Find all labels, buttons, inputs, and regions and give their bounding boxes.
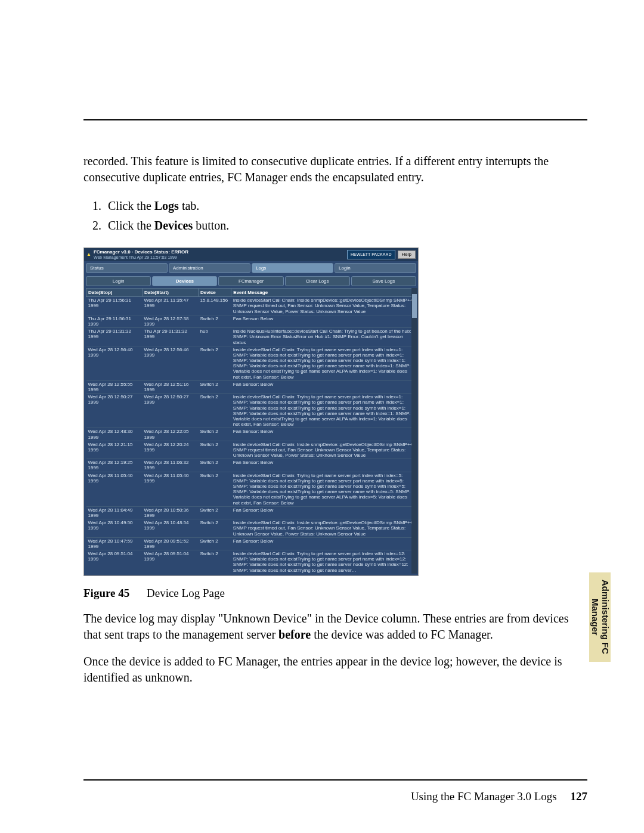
sub-tab-fcmanager[interactable]: FCmanager (218, 276, 283, 286)
app-title-line2: Web Management Thu Apr 29 11:57:03 1999 (94, 255, 347, 260)
top-tab-logs[interactable]: Logs (252, 263, 333, 273)
cell-stop: Wed Apr 28 11:05:40 1999 (86, 472, 143, 506)
cell-msg: Inside deviceStart Call Chain: Trying to… (231, 472, 416, 506)
cell-start: Wed Apr 28 12:50:27 1999 (143, 394, 199, 428)
cell-start: Wed Apr 28 09:51:04 1999 (143, 550, 199, 574)
table-row[interactable]: Wed Apr 28 10:49:50 1999Wed Apr 28 10:48… (86, 519, 416, 538)
cell-stop: Wed Apr 28 12:50:27 1999 (86, 394, 143, 428)
cell-device: Switch 2 (199, 537, 231, 550)
table-row[interactable]: Wed Apr 28 10:47:59 1999Wed Apr 28 09:51… (86, 537, 416, 550)
cell-device: Switch 2 (199, 394, 231, 428)
help-button[interactable]: Help (398, 250, 416, 258)
hp-logo: HEWLETT PACKARD (347, 250, 395, 259)
cell-start: Wed Apr 28 12:56:46 1999 (143, 346, 199, 380)
table-row[interactable]: Wed Apr 28 12:19:25 1999Wed Apr 28 11:06… (86, 459, 416, 472)
cell-stop: Wed Apr 28 12:48:30 1999 (86, 428, 143, 441)
sub-tab-save-logs[interactable]: Save Logs (351, 276, 416, 286)
cell-msg: Fan Sensor: Below (231, 506, 416, 519)
table-row[interactable]: Wed Apr 28 09:51:04 1999Wed Apr 28 09:51… (86, 550, 416, 574)
sub-tab-clear-logs[interactable]: Clear Logs (285, 276, 350, 286)
table-row[interactable]: Wed Apr 28 12:55:55 1999Wed Apr 28 12:51… (86, 380, 416, 393)
cell-device: Switch 2 (199, 441, 231, 459)
cell-stop: Wed Apr 28 12:21:15 1999 (86, 441, 143, 459)
after-fig-paragraph-1: The device log may display "Unknown Devi… (83, 611, 587, 643)
titlebar: ▲ FCmanager v3.0 · Devices Status: ERROR… (84, 248, 418, 261)
cell-msg: Fan Sensor: Below (231, 315, 416, 327)
footer-text: Using the FC Manager 3.0 Logs (411, 790, 557, 803)
table-row[interactable]: Wed Apr 28 11:05:40 1999Wed Apr 28 11:05… (86, 472, 416, 506)
step-1: Click the Logs tab. (104, 196, 587, 216)
table-row[interactable]: Thu Apr 29 01:31:32 1999Thu Apr 29 01:31… (86, 328, 416, 346)
step-2: Click the Devices button. (104, 216, 587, 236)
cell-stop: Wed Apr 28 12:56:40 1999 (86, 346, 143, 380)
warning-icon: ▲ (86, 252, 91, 257)
top-tab-administration[interactable]: Administration (169, 263, 250, 273)
step-1-bold: Logs (154, 199, 179, 212)
chapter-side-tab: Administering FC Manager (589, 572, 611, 662)
device-log-table: Date(Stop) Date(Start) Device Event Mess… (86, 288, 416, 574)
table-row[interactable]: Thu Apr 29 11:56:31 1999Wed Apr 21 11:35… (86, 297, 416, 315)
cell-stop: Wed Apr 28 12:55:55 1999 (86, 380, 143, 393)
figure-caption-text: Device Log Page (147, 587, 225, 599)
table-row[interactable]: Wed Apr 28 12:48:30 1999Wed Apr 28 12:22… (86, 428, 416, 441)
cell-device: Switch 2 (199, 472, 231, 506)
cell-device: Switch 2 (199, 380, 231, 393)
top-tab-login[interactable]: Login (335, 263, 416, 273)
cell-device: Switch 2 (199, 519, 231, 538)
scrollbar[interactable] (411, 288, 417, 574)
cell-device: 15.8.148.156 (199, 297, 231, 315)
app-title-line1: FCmanager v3.0 · Devices Status: ERROR (94, 249, 347, 255)
cell-start: Wed Apr 28 10:48:54 1999 (143, 519, 199, 538)
top-rule (83, 119, 587, 120)
cell-stop: Wed Apr 28 11:04:49 1999 (86, 506, 143, 519)
cell-start: Wed Apr 28 12:57:38 1999 (143, 315, 199, 327)
figure-caption: Figure 45 Device Log Page (83, 587, 587, 600)
table-row[interactable]: Wed Apr 28 12:50:27 1999Wed Apr 28 12:50… (86, 394, 416, 428)
intro-paragraph: recorded. This feature is limited to con… (83, 153, 587, 185)
top-tab-status[interactable]: Status (86, 263, 168, 273)
cell-stop: Wed Apr 28 09:51:04 1999 (86, 550, 143, 574)
after-fig-1b: the device was added to FC Manager. (311, 628, 493, 641)
cell-msg: Inside deviceStart Call Chain: Trying to… (231, 550, 416, 574)
cell-start: Wed Apr 28 11:06:32 1999 (143, 459, 199, 472)
after-fig-paragraph-2: Once the device is added to FC Manager, … (83, 654, 587, 686)
cell-device: Switch 2 (199, 459, 231, 472)
cell-device: Switch 2 (199, 428, 231, 441)
cell-stop: Thu Apr 29 11:56:31 1999 (86, 315, 143, 327)
figure-label: Figure 45 (83, 587, 129, 599)
steps-list: Click the Logs tab. Click the Devices bu… (83, 196, 587, 236)
cell-device: Switch 2 (199, 346, 231, 380)
cell-stop: Wed Apr 28 10:49:50 1999 (86, 519, 143, 538)
page-number: 127 (571, 790, 588, 803)
cell-msg: Inside deviceStart Call Chain: Inside sn… (231, 297, 416, 315)
table-row[interactable]: Wed Apr 28 12:56:40 1999Wed Apr 28 12:56… (86, 346, 416, 380)
cell-device: Switch 2 (199, 315, 231, 327)
cell-msg: Inside deviceStart Call Chain: Inside sn… (231, 441, 416, 459)
cell-msg: Fan Sensor: Below (231, 428, 416, 441)
cell-msg: Fan Sensor: Below (231, 380, 416, 393)
sub-tab-devices[interactable]: Devices (152, 276, 217, 286)
step-2-bold: Devices (154, 219, 193, 232)
step-1-a: Click the (108, 199, 154, 212)
cell-msg: Inside deviceStart Call Chain: Trying to… (231, 346, 416, 380)
cell-stop: Thu Apr 29 11:56:31 1999 (86, 297, 143, 315)
table-row[interactable]: Thu Apr 29 11:56:31 1999Wed Apr 28 12:57… (86, 315, 416, 327)
step-2-b: button. (193, 219, 229, 232)
cell-start: Wed Apr 28 12:51:16 1999 (143, 380, 199, 393)
col-device[interactable]: Device (199, 289, 231, 297)
table-row[interactable]: Wed Apr 28 11:04:49 1999Wed Apr 28 10:50… (86, 506, 416, 519)
cell-msg: Inside deviceStart Call Chain: Inside sn… (231, 519, 416, 538)
cell-device: hub (199, 328, 231, 346)
cell-start: Thu Apr 29 01:31:32 1999 (143, 328, 199, 346)
page-footer: Using the FC Manager 3.0 Logs 127 (83, 790, 587, 803)
col-event-message[interactable]: Event Message (231, 289, 416, 297)
col-date-stop[interactable]: Date(Stop) (86, 289, 143, 297)
sub-tab-login[interactable]: Login (86, 276, 151, 286)
table-row[interactable]: Wed Apr 28 12:21:15 1999Wed Apr 28 12:20… (86, 441, 416, 459)
cell-msg: Inside NucleusHubInterface::deviceStart … (231, 328, 416, 346)
col-date-start[interactable]: Date(Start) (143, 289, 199, 297)
cell-start: Wed Apr 28 11:05:40 1999 (143, 472, 199, 506)
cell-stop: Wed Apr 28 12:19:25 1999 (86, 459, 143, 472)
cell-msg: Fan Sensor: Below (231, 459, 416, 472)
footer-rule (83, 779, 587, 781)
